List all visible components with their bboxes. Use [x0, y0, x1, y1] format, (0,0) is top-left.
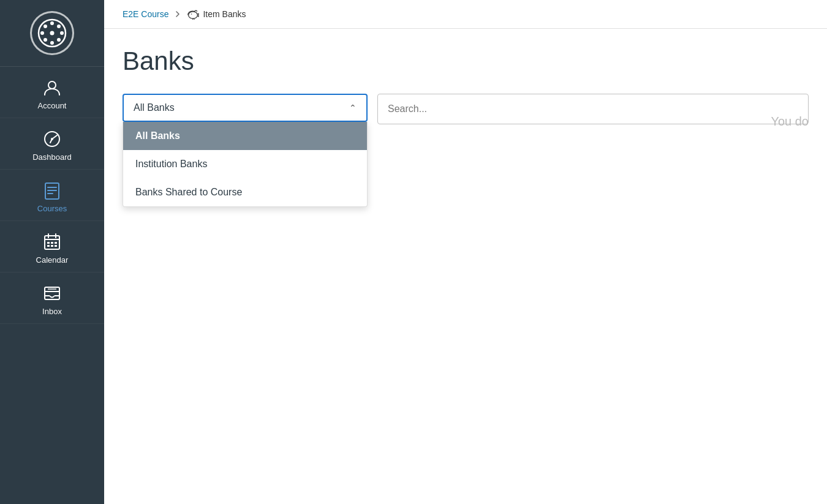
svg-point-3: [40, 31, 44, 35]
breadcrumb-current: Item Banks: [187, 9, 246, 20]
item-banks-icon: [187, 9, 199, 20]
main-content: E2E Course Item Banks Banks: [104, 0, 827, 504]
search-input[interactable]: [377, 94, 809, 124]
breadcrumb-current-label: Item Banks: [203, 9, 246, 19]
courses-icon: [41, 179, 63, 201]
breadcrumb: E2E Course Item Banks: [104, 0, 827, 29]
chevron-up-icon: ⌃: [349, 103, 357, 113]
sidebar-item-inbox-label: Inbox: [42, 307, 62, 316]
dropdown-option-all-banks[interactable]: All Banks: [123, 122, 367, 150]
dropdown-selected-label: All Banks: [134, 102, 175, 113]
svg-point-2: [50, 41, 54, 45]
breadcrumb-parent-link[interactable]: E2E Course: [123, 9, 168, 19]
dropdown-option-banks-shared-to-course[interactable]: Banks Shared to Course: [123, 178, 367, 206]
sidebar-navigation: Account Dashboard: [0, 67, 104, 504]
breadcrumb-separator: [173, 10, 182, 18]
svg-rect-24: [47, 245, 50, 247]
chevron-right-icon: [173, 10, 182, 18]
svg-point-8: [57, 38, 61, 42]
account-icon: [41, 77, 63, 99]
svg-point-5: [43, 24, 47, 28]
sidebar-item-calendar-label: Calendar: [36, 255, 69, 265]
sidebar-item-account[interactable]: Account: [0, 67, 104, 118]
svg-rect-25: [51, 245, 53, 247]
dashboard-icon: [41, 128, 63, 150]
svg-point-9: [50, 31, 55, 36]
sidebar-item-dashboard-label: Dashboard: [32, 152, 72, 162]
svg-rect-23: [55, 242, 57, 244]
canvas-logo-icon: [36, 17, 68, 49]
page-content: Banks All Banks ⌃ All Banks Institution …: [104, 29, 827, 504]
sidebar: Account Dashboard: [0, 0, 104, 504]
svg-point-1: [50, 21, 54, 25]
sidebar-item-calendar[interactable]: Calendar: [0, 221, 104, 273]
empty-state-text: You do: [771, 115, 809, 129]
svg-point-6: [57, 24, 61, 28]
sidebar-logo: [0, 0, 104, 67]
page-title: Banks: [123, 47, 809, 75]
bank-filter-dropdown-container: All Banks ⌃ All Banks Institution Banks …: [123, 94, 368, 122]
svg-point-4: [60, 31, 64, 35]
svg-point-7: [43, 38, 47, 42]
sidebar-item-dashboard[interactable]: Dashboard: [0, 118, 104, 170]
inbox-icon: [41, 282, 63, 304]
svg-rect-22: [51, 242, 53, 244]
svg-rect-21: [47, 242, 50, 244]
sidebar-item-courses[interactable]: Courses: [0, 170, 104, 221]
dropdown-option-institution-banks[interactable]: Institution Banks: [123, 150, 367, 178]
filter-row: All Banks ⌃ All Banks Institution Banks …: [123, 94, 809, 124]
svg-point-10: [48, 81, 56, 89]
logo-circle: [30, 11, 74, 55]
bank-filter-dropdown-menu: All Banks Institution Banks Banks Shared…: [123, 122, 368, 207]
svg-point-32: [189, 12, 198, 18]
svg-rect-26: [55, 245, 57, 247]
sidebar-item-courses-label: Courses: [37, 204, 67, 213]
sidebar-item-account-label: Account: [38, 101, 67, 110]
sidebar-item-inbox[interactable]: Inbox: [0, 273, 104, 324]
svg-point-33: [191, 13, 192, 15]
calendar-icon: [41, 231, 63, 253]
bank-filter-dropdown-trigger[interactable]: All Banks ⌃: [123, 94, 368, 122]
svg-point-12: [51, 138, 53, 140]
